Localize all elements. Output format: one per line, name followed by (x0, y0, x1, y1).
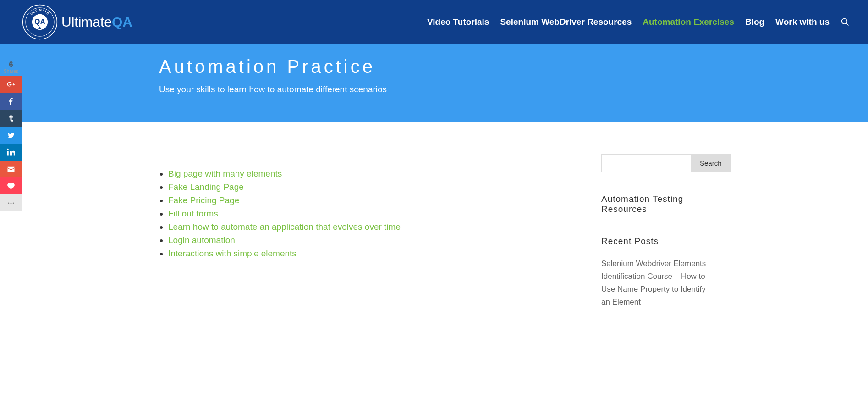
share-count: 6 Shares (0, 59, 22, 76)
logo-text-part1: Ultimate (61, 14, 112, 29)
page-subtitle: Use your skills to learn how to automate… (159, 84, 709, 94)
svg-point-1 (11, 202, 12, 204)
search-button[interactable]: Search (691, 154, 731, 172)
tumblr-icon (7, 114, 15, 122)
list-item: Fill out forms (168, 208, 574, 220)
sidebar-section-resources: Automation Testing Resources (601, 194, 709, 214)
nav-automation-exercises[interactable]: Automation Exercises (643, 17, 734, 27)
practice-link[interactable]: Fake Pricing Page (168, 195, 239, 205)
list-item: Fake Landing Page (168, 181, 574, 194)
content-container: Big page with many elements Fake Landing… (145, 122, 723, 349)
practice-link[interactable]: Learn how to automate an application tha… (168, 222, 401, 232)
sidebar-section-recent-posts: Recent Posts Selenium Webdriver Elements… (601, 236, 709, 309)
share-love-button[interactable] (0, 177, 22, 194)
share-tumblr-button[interactable] (0, 110, 22, 127)
share-count-label: Shares (0, 69, 22, 74)
share-facebook-button[interactable] (0, 93, 22, 110)
sidebar-heading-recent-posts: Recent Posts (601, 236, 709, 246)
share-more-button[interactable] (0, 194, 22, 211)
heart-icon (7, 182, 15, 190)
linkedin-icon (7, 148, 15, 156)
list-item: Login automation (168, 234, 574, 247)
svg-point-8 (842, 18, 847, 24)
svg-line-9 (846, 23, 849, 25)
logo-text: UltimateQA (61, 14, 132, 30)
primary-nav: Video Tutorials Selenium WebDriver Resou… (427, 17, 850, 27)
practice-link[interactable]: Interactions with simple elements (168, 249, 297, 258)
practice-link[interactable]: Login automation (168, 235, 235, 245)
nav-video-tutorials[interactable]: Video Tutorials (427, 17, 489, 27)
practice-link[interactable]: Fill out forms (168, 209, 218, 218)
site-header: ULTIMATE QA UltimateQA Video Tutorials S… (0, 0, 868, 44)
main-content: Big page with many elements Fake Landing… (159, 154, 574, 331)
twitter-icon (7, 131, 15, 139)
share-twitter-button[interactable] (0, 127, 22, 144)
logo-text-part2: QA (112, 14, 132, 29)
list-item: Big page with many elements (168, 168, 574, 180)
share-linkedin-button[interactable] (0, 144, 22, 161)
share-count-number: 6 (0, 61, 22, 69)
recent-post-link[interactable]: Selenium Webdriver Elements Identificati… (601, 259, 706, 306)
sidebar-heading-resources: Automation Testing Resources (601, 194, 709, 214)
header-search-button[interactable] (841, 17, 850, 27)
practice-links-list: Big page with many elements Fake Landing… (159, 168, 574, 260)
nav-work-with-us[interactable]: Work with us (775, 17, 830, 27)
nav-selenium-resources[interactable]: Selenium WebDriver Resources (500, 17, 632, 27)
search-input[interactable] (601, 154, 691, 172)
share-email-button[interactable] (0, 161, 22, 177)
sidebar-search: Search (601, 154, 709, 172)
email-icon (7, 165, 15, 173)
more-icon (7, 199, 15, 207)
svg-point-0 (8, 202, 9, 204)
logo[interactable]: ULTIMATE QA UltimateQA (22, 4, 132, 40)
nav-blog[interactable]: Blog (745, 17, 764, 27)
googleplus-icon (7, 80, 15, 89)
svg-point-2 (13, 202, 14, 204)
page-title: Automation Practice (159, 56, 709, 77)
list-item: Learn how to automate an application tha… (168, 221, 574, 233)
list-item: Interactions with simple elements (168, 248, 574, 260)
share-googleplus-button[interactable] (0, 76, 22, 93)
facebook-icon (7, 97, 15, 105)
list-item: Fake Pricing Page (168, 194, 574, 207)
sidebar: Search Automation Testing Resources Rece… (601, 154, 709, 331)
practice-link[interactable]: Fake Landing Page (168, 182, 244, 192)
share-sidebar: 6 Shares (0, 59, 22, 211)
practice-link[interactable]: Big page with many elements (168, 169, 282, 178)
svg-text:QA: QA (34, 17, 45, 25)
hero-section: Automation Practice Use your skills to l… (0, 44, 868, 122)
logo-badge: ULTIMATE QA (22, 4, 58, 40)
search-icon (841, 17, 850, 27)
